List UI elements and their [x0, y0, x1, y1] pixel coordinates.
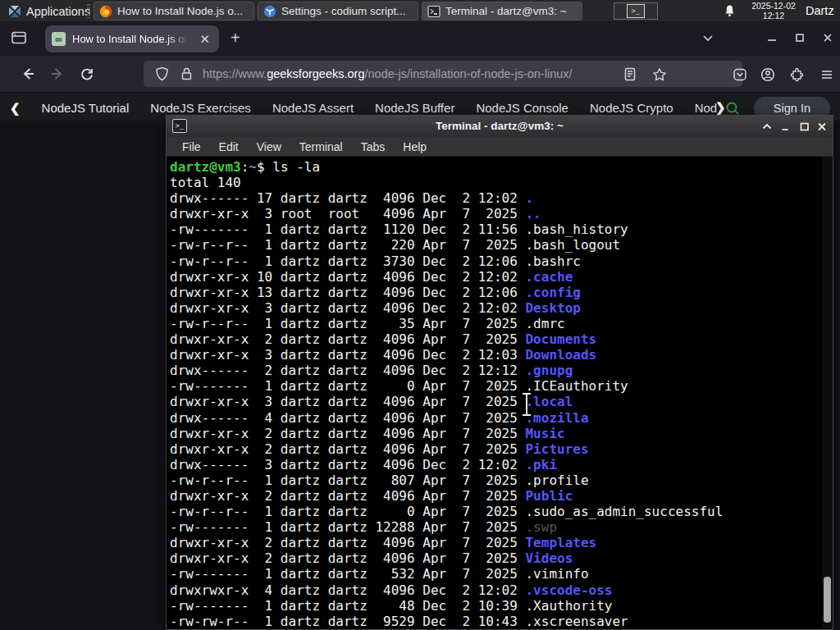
taskbar-window-button[interactable]: Terminal - dartz@vm3: ~	[422, 2, 582, 21]
terminal-menu-item[interactable]: File	[173, 140, 210, 153]
pager-terminal-glyph: >_	[632, 7, 641, 15]
terminal-listing-row: drwx------ 3 dartz dartz 4096 Dec 2 12:0…	[170, 457, 833, 472]
save-to-pocket-icon[interactable]	[733, 67, 747, 82]
site-nav-item[interactable]: NodeJS DNS	[695, 101, 717, 115]
hamburger-menu-icon[interactable]	[819, 67, 834, 82]
window-close-button[interactable]	[820, 30, 835, 45]
terminal-total-line: total 140	[170, 175, 833, 190]
terminal-listing-row: drwxr-xr-x 2 dartz dartz 4096 Apr 7 2025…	[170, 331, 833, 347]
panel-clock[interactable]: 2025-12-02 12:12	[748, 2, 799, 21]
site-nav-item[interactable]: NodeJS Buffer	[375, 101, 454, 115]
url-text: https://www.geeksforgeeks.org/node-js/in…	[203, 67, 573, 80]
taskbar-window-button[interactable]: Settings - codium script...	[258, 2, 418, 21]
back-icon[interactable]	[20, 66, 36, 82]
terminal-menu-item[interactable]: Edit	[210, 140, 248, 153]
tab-close-icon[interactable]: ✕	[197, 31, 212, 47]
desktop: Applications How to Install Node.js o...…	[0, 0, 840, 630]
taskbar-window-label: Settings - codium script...	[281, 5, 406, 17]
terminal-listing-row: drwx------ 4 dartz dartz 4096 Apr 7 2025…	[170, 410, 833, 426]
terminal-listing-row: drwxr-xr-x 2 dartz dartz 4096 Apr 7 2025…	[170, 488, 833, 504]
taskbar-window-label: Terminal - dartz@vm3: ~	[445, 5, 567, 17]
workspace-pager[interactable]: >_	[614, 2, 658, 20]
desktop-panel: Applications How to Install Node.js o...…	[0, 0, 840, 22]
site-nav-item[interactable]: NodeJS Console	[476, 101, 568, 115]
panel-separator	[87, 4, 90, 18]
panel-username: Dartz	[806, 4, 834, 17]
url-scheme: https://www.	[203, 67, 267, 80]
terminal-listing-row: -rw------- 1 dartz dartz 1120 Dec 2 11:5…	[170, 221, 833, 237]
terminal-output[interactable]: dartz@vm3:~$ ls -la total 140 drwx------…	[167, 157, 833, 629]
terminal-listing-row: drwxr-xr-x 3 dartz dartz 4096 Dec 2 12:0…	[170, 300, 833, 316]
applications-label: Applications	[26, 5, 90, 18]
firefox-view-icon[interactable]	[10, 29, 28, 47]
window-maximize-button[interactable]	[792, 30, 807, 45]
distro-logo-icon	[8, 5, 21, 18]
taskbar-window-button[interactable]: How to Install Node.js o...	[94, 2, 254, 21]
terminal-scrollbar[interactable]	[822, 157, 833, 629]
terminal-shade-button[interactable]	[760, 121, 774, 133]
tracking-shield-icon[interactable]	[155, 66, 169, 81]
terminal-listing-row: drwxr-xr-x 3 root root 4096 Apr 7 2025 .…	[170, 206, 833, 221]
reader-mode-icon[interactable]	[623, 67, 637, 81]
terminal-listing-row: drwxr-xr-x 3 dartz dartz 4096 Dec 2 12:0…	[170, 347, 833, 363]
terminal-listing-row: -rw-r--r-- 1 dartz dartz 3730 Dec 2 12:0…	[170, 253, 833, 269]
terminal-close-button[interactable]	[815, 121, 829, 133]
nav-chevron-right-icon[interactable]: ❯	[715, 100, 726, 115]
bookmark-star-icon[interactable]	[652, 67, 667, 82]
terminal-menu-bar: File Edit View Terminal Tabs Help	[167, 137, 833, 157]
search-icon[interactable]	[725, 101, 740, 116]
terminal-listing-row: drwxr-xr-x 2 dartz dartz 4096 Apr 7 2025…	[170, 426, 833, 441]
account-icon[interactable]	[760, 67, 775, 82]
site-nav-item[interactable]: NodeJS Tutorial	[42, 101, 130, 115]
url-bar[interactable]: https://www.geeksforgeeks.org/node-js/in…	[144, 61, 742, 87]
terminal-listing-row: -rw-r--r-- 1 dartz dartz 220 Apr 7 2025 …	[170, 237, 833, 253]
terminal-listing: drwx------ 17 dartz dartz 4096 Dec 2 12:…	[170, 190, 833, 629]
window-minimize-button[interactable]	[765, 30, 779, 45]
terminal-listing-row: drwxr-xr-x 13 dartz dartz 4096 Dec 2 12:…	[170, 285, 833, 300]
reload-icon[interactable]	[79, 66, 95, 82]
new-tab-button[interactable]: +	[231, 30, 240, 46]
terminal-menu-item[interactable]: Tabs	[352, 140, 395, 153]
terminal-listing-row: -rw-r--r-- 1 dartz dartz 35 Apr 7 2025 .…	[170, 316, 833, 331]
pager-window-thumbnail: >_	[627, 4, 645, 18]
terminal-title-bar[interactable]: >_ Terminal - dartz@vm3: ~	[167, 116, 833, 137]
forward-icon[interactable]	[49, 66, 66, 82]
prompt-user-host: dartz@vm3	[170, 159, 241, 175]
terminal-listing-row: -rw-rw-r-- 1 dartz dartz 9529 Dec 2 10:4…	[170, 614, 833, 629]
lock-icon[interactable]	[180, 66, 193, 81]
terminal-listing-row: drwxr-xr-x 2 dartz dartz 4096 Apr 7 2025…	[170, 535, 833, 550]
applications-menu-button[interactable]: Applications	[3, 0, 95, 22]
terminal-scrollbar-thumb[interactable]	[824, 577, 831, 623]
list-all-tabs-icon[interactable]	[701, 30, 715, 45]
site-nav-item[interactable]: NodeJS Crypto	[590, 101, 673, 115]
terminal-icon	[427, 5, 441, 18]
terminal-listing-row: -rw-r--r-- 1 dartz dartz 807 Apr 7 2025 …	[170, 472, 833, 488]
terminal-listing-row: -rw------- 1 dartz dartz 48 Dec 2 10:39 …	[170, 598, 833, 614]
terminal-menu-item[interactable]: View	[248, 140, 290, 153]
notification-bell-icon[interactable]	[724, 4, 736, 17]
terminal-listing-row: -rw------- 1 dartz dartz 0 Apr 7 2025 .I…	[170, 378, 833, 394]
url-path: /node-js/installation-of-node-js-on-linu…	[364, 67, 572, 80]
clock-date: 2025-12-02	[748, 2, 799, 11]
site-nav-item[interactable]: NodeJS Exercises	[150, 101, 251, 115]
extensions-puzzle-icon[interactable]	[790, 67, 805, 82]
browser-tab[interactable]: ∞ How to Install Node.js on ✕	[45, 25, 219, 52]
prompt-command: $ ls -la	[257, 159, 320, 175]
taskbar-window-list: How to Install Node.js o... Settings - c…	[94, 2, 582, 21]
firefox-icon	[99, 5, 112, 18]
site-nav-item[interactable]: NodeJS Assert	[272, 101, 354, 115]
prompt-colon: :	[241, 159, 249, 175]
terminal-minimize-button[interactable]	[779, 121, 792, 133]
prompt-cwd: ~	[249, 159, 257, 175]
browser-toolbar: https://www.geeksforgeeks.org/node-js/in…	[0, 56, 840, 93]
terminal-maximize-button[interactable]	[798, 121, 811, 133]
terminal-listing-row: -rw-r--r-- 1 dartz dartz 0 Apr 7 2025 .s…	[170, 504, 833, 519]
terminal-menu-item[interactable]: Terminal	[290, 140, 352, 153]
nav-chevron-left-icon[interactable]: ❮	[10, 101, 21, 116]
terminal-menu-item[interactable]: Help	[394, 140, 436, 153]
geeksforgeeks-favicon: ∞	[52, 32, 66, 46]
terminal-listing-row: -rw------- 1 dartz dartz 12288 Apr 7 202…	[170, 519, 833, 535]
mouse-ibeam-cursor	[522, 393, 532, 416]
terminal-title: Terminal - dartz@vm3: ~	[167, 120, 833, 132]
terminal-listing-row: drwxr-xr-x 2 dartz dartz 4096 Apr 7 2025…	[170, 441, 833, 457]
